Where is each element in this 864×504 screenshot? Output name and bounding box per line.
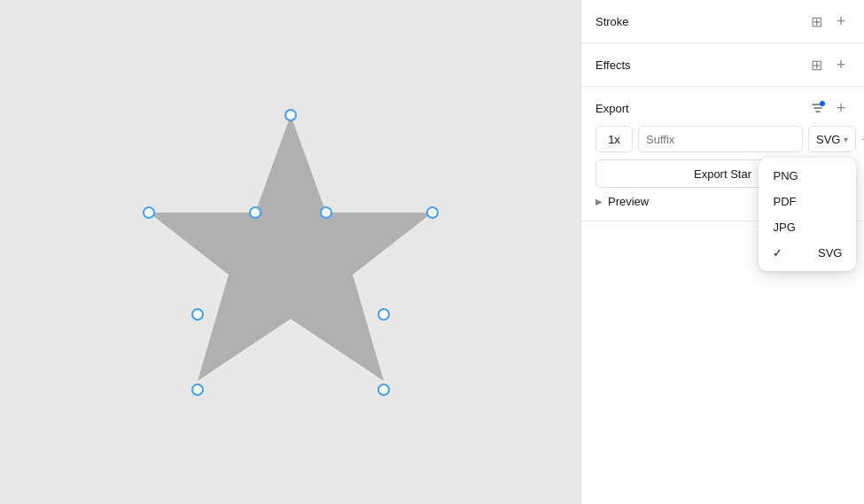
handle-upper-left[interactable]: [250, 207, 261, 218]
export-suffix-input[interactable]: [638, 126, 803, 152]
filter-active-dot: [820, 101, 825, 106]
preview-expand-icon: ▶: [595, 197, 603, 206]
handle-bottom-right[interactable]: [378, 384, 389, 395]
export-format-dropdown[interactable]: SVG ▾ PNG PDF JPG ✓ SVG: [808, 126, 856, 152]
export-header: Export +: [595, 99, 850, 117]
export-filter-icon[interactable]: [809, 99, 827, 117]
dropdown-item-svg[interactable]: ✓ SVG: [759, 240, 856, 266]
star-shape-container: [131, 89, 450, 416]
export-start-label: Export Star: [694, 167, 751, 181]
handle-upper-right[interactable]: [321, 207, 331, 218]
stroke-title: Stroke: [595, 15, 629, 28]
export-section: Export + SVG ▾: [581, 87, 864, 221]
export-header-actions: +: [809, 99, 850, 117]
dropdown-item-pdf-label: PDF: [773, 195, 796, 208]
stroke-section: Stroke ⊞ +: [581, 0, 864, 43]
export-add-button[interactable]: +: [832, 99, 850, 117]
canvas-area: [0, 0, 580, 504]
handle-lower-left[interactable]: [192, 309, 203, 320]
stroke-add-button[interactable]: +: [832, 12, 850, 30]
format-dropdown-menu: PNG PDF JPG ✓ SVG: [759, 158, 856, 271]
effects-title: Effects: [595, 58, 631, 72]
handle-lower-right[interactable]: [378, 309, 389, 320]
export-scale-input[interactable]: [595, 126, 633, 152]
handle-left[interactable]: [144, 207, 154, 218]
preview-label: Preview: [608, 195, 649, 208]
check-icon: ✓: [773, 246, 782, 260]
dropdown-item-jpg[interactable]: JPG: [759, 214, 856, 240]
dropdown-item-svg-label: SVG: [818, 246, 842, 260]
stroke-grid-icon[interactable]: ⊞: [807, 12, 825, 30]
stroke-header: Stroke ⊞ +: [595, 12, 850, 30]
dropdown-item-jpg-label: JPG: [773, 221, 795, 234]
stroke-actions: ⊞ +: [807, 12, 850, 30]
format-selected-label: SVG: [816, 133, 840, 146]
handle-right[interactable]: [427, 207, 438, 218]
export-row: SVG ▾ PNG PDF JPG ✓ SVG: [595, 126, 850, 152]
effects-add-button[interactable]: +: [832, 56, 850, 74]
format-chevron-icon: ▾: [844, 135, 848, 144]
effects-section: Effects ⊞ +: [581, 43, 864, 87]
dropdown-item-pdf[interactable]: PDF: [759, 189, 856, 214]
handle-bottom-left[interactable]: [192, 384, 203, 395]
handle-top[interactable]: [285, 110, 296, 120]
format-select-button[interactable]: SVG ▾: [808, 126, 856, 152]
dropdown-item-png-label: PNG: [773, 169, 798, 182]
right-panel: Stroke ⊞ + Effects ⊞ + Export: [580, 0, 864, 504]
dropdown-item-png[interactable]: PNG: [759, 163, 856, 189]
star-svg: [131, 89, 450, 416]
export-title: Export: [595, 102, 629, 115]
effects-header: Effects ⊞ +: [595, 56, 850, 74]
effects-grid-icon[interactable]: ⊞: [807, 56, 825, 74]
effects-actions: ⊞ +: [807, 56, 850, 74]
